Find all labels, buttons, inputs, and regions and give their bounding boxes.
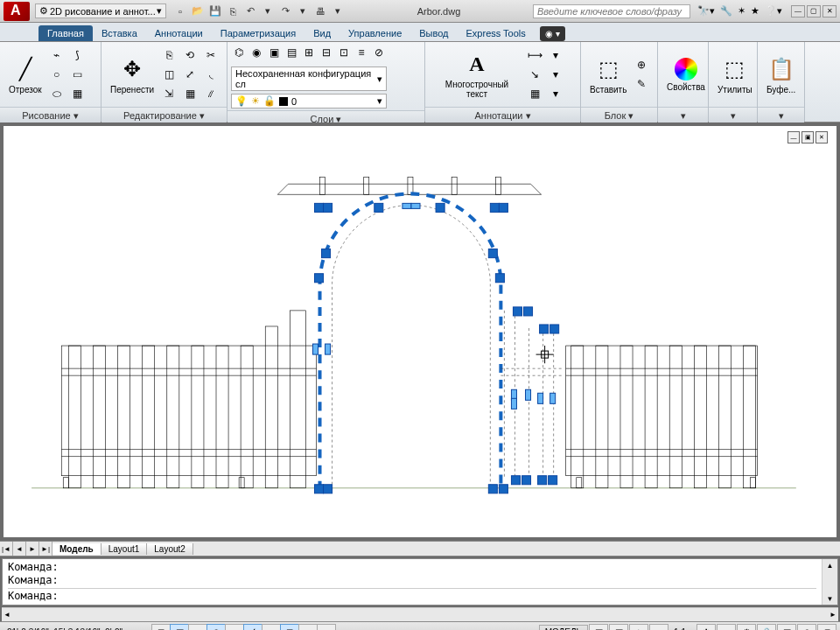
tab-output[interactable]: Вывод	[410, 25, 457, 41]
annoscale-icon[interactable]: ⟁	[649, 624, 668, 631]
exchange-icon[interactable]: ✶	[738, 5, 746, 17]
array-icon[interactable]: ▦	[180, 85, 200, 102]
command-window[interactable]: Команда: Команда: Команда: ▲▼	[2, 558, 838, 606]
doc-close-icon[interactable]: ✕	[816, 131, 828, 144]
otrack-icon[interactable]: ∠	[243, 624, 262, 631]
edit-block-icon[interactable]: ✎	[632, 75, 651, 93]
layout-tab-2[interactable]: Layout2	[147, 543, 193, 555]
mtext-button[interactable]: A Многострочный текст	[429, 44, 525, 105]
tab-last-icon[interactable]: ►|	[39, 542, 52, 556]
isolate-icon[interactable]: ◐	[797, 624, 816, 631]
maximize-button[interactable]: ▢	[807, 5, 821, 18]
star-icon[interactable]: ★	[751, 5, 760, 17]
panel-title-block[interactable]: Блок ▾	[581, 107, 657, 122]
redo-icon[interactable]: ↷	[278, 4, 292, 18]
annovis-icon[interactable]: ✱	[696, 624, 716, 631]
ws-icon[interactable]: ⚙	[737, 624, 756, 631]
tab-insert[interactable]: Вставка	[93, 25, 146, 41]
fillet-icon[interactable]: ◟	[201, 66, 220, 83]
ortho-icon[interactable]: ⌐	[188, 624, 207, 631]
layout-quick2-icon[interactable]: ▥	[609, 624, 628, 631]
rect-icon[interactable]: ▭	[68, 66, 88, 83]
create-block-icon[interactable]: ⊕	[632, 56, 651, 74]
panel-title-modify[interactable]: Редактирование ▾	[102, 107, 227, 122]
clipboard-button[interactable]: 📋 Буфе...	[761, 44, 801, 105]
stretch-icon[interactable]: ⇲	[159, 85, 178, 102]
offset-icon[interactable]: ⫽	[201, 85, 220, 102]
workspace-dropdown[interactable]: ⚙ 2D рисование и аннот... ▾	[35, 4, 166, 18]
move-button[interactable]: ✥ Перенести	[105, 44, 159, 105]
osnap-icon[interactable]: ▱	[225, 624, 244, 631]
line-button[interactable]: ╱ Отрезок	[4, 44, 47, 105]
tab-next-icon[interactable]: ►	[26, 542, 39, 556]
layer-icon[interactable]: ▤	[284, 44, 299, 61]
chevron-down-icon[interactable]: ▾	[261, 4, 275, 18]
copy-icon[interactable]: ⎘	[159, 46, 178, 64]
annoauto-icon[interactable]: ⟐	[717, 624, 736, 631]
clean-icon[interactable]: ▢	[817, 624, 836, 631]
tab-annotate[interactable]: Аннотации	[146, 25, 212, 41]
chevron-down-icon[interactable]: ▾	[546, 85, 565, 102]
model-button[interactable]: МОДЕЛЬ	[539, 625, 588, 630]
mirror-icon[interactable]: ◫	[159, 66, 178, 83]
grid-icon[interactable]: ▦	[170, 624, 189, 631]
leader-icon[interactable]: ↘	[525, 66, 544, 83]
scroll-up-icon[interactable]: ▲	[822, 559, 837, 571]
polar-icon[interactable]: ⊕	[206, 624, 226, 631]
wrench-icon[interactable]: 🔧	[720, 5, 732, 17]
nav-icon[interactable]: ◈	[629, 624, 648, 631]
layout-tab-model[interactable]: Модель	[52, 543, 102, 555]
layer-icon[interactable]: ⊘	[371, 44, 387, 61]
new-icon[interactable]: ▫	[173, 4, 187, 18]
table-icon[interactable]: ▦	[525, 85, 544, 102]
help-icon[interactable]: ❔▾	[765, 5, 782, 17]
utilities-button[interactable]: ⬚ Утилиты	[712, 44, 758, 105]
scale-icon[interactable]: ⤢	[180, 66, 200, 83]
layer-icon[interactable]: ⊟	[318, 44, 334, 61]
hardware-icon[interactable]: ▤	[777, 624, 796, 631]
doc-minimize-icon[interactable]: —	[788, 131, 800, 144]
doc-restore-icon[interactable]: ▣	[802, 131, 814, 144]
lock-ui-icon[interactable]: 🔒	[757, 624, 776, 631]
tab-view[interactable]: Вид	[304, 25, 340, 41]
insert-button[interactable]: ⬚ Вставить	[584, 44, 632, 105]
layer-icon[interactable]: ⊡	[336, 44, 352, 61]
saveas-icon[interactable]: ⎘	[226, 4, 240, 18]
chevron-down-icon[interactable]: ▾	[296, 4, 310, 18]
drawing-canvas[interactable]: — ▣ ✕	[4, 126, 836, 537]
dyn-icon[interactable]: ⊡	[280, 624, 299, 631]
layer-combo[interactable]: 💡 ☀ 🔓 0▾	[231, 94, 387, 108]
properties-button[interactable]: Свойства	[662, 44, 710, 105]
open-icon[interactable]: 📂	[191, 4, 205, 18]
ducs-icon[interactable]: ⊿	[262, 624, 281, 631]
circle-icon[interactable]: ○	[47, 66, 66, 83]
ellipse-icon[interactable]: ⬭	[47, 85, 66, 102]
command-hscroll[interactable]	[2, 607, 838, 621]
qp-icon[interactable]: ▭	[317, 624, 336, 631]
chevron-down-icon[interactable]: ▾	[331, 4, 345, 18]
scroll-down-icon[interactable]: ▼	[822, 592, 837, 605]
layout-quick-icon[interactable]: ▣	[589, 624, 608, 631]
polyline-icon[interactable]: ⌁	[47, 46, 66, 64]
hatch-icon[interactable]: ▦	[68, 85, 88, 102]
chevron-down-icon[interactable]: ▾	[546, 66, 565, 83]
save-icon[interactable]: 💾	[208, 4, 222, 18]
tab-home[interactable]: Главная	[38, 25, 93, 41]
layout-tab-1[interactable]: Layout1	[102, 543, 148, 555]
layer-icon[interactable]: ⊞	[301, 44, 317, 61]
print-icon[interactable]: 🖶	[313, 4, 327, 18]
undo-icon[interactable]: ↶	[243, 4, 257, 18]
app-menu-icon[interactable]	[4, 2, 30, 21]
layer-icon[interactable]: ≡	[354, 44, 369, 61]
arc-icon[interactable]: ⟆	[68, 46, 88, 64]
binoculars-icon[interactable]: 🔭▾	[697, 5, 715, 17]
tab-prev-icon[interactable]: ◄	[13, 542, 26, 556]
rotate-icon[interactable]: ⟲	[180, 46, 200, 64]
dim-icon[interactable]: ⟼	[525, 46, 544, 64]
layer-state-combo[interactable]: Несохраненная конфигурация сл▾	[231, 66, 387, 91]
layer-prop-icon[interactable]: ⌬	[231, 44, 247, 61]
tab-express[interactable]: Express Tools	[458, 25, 535, 41]
layer-icon[interactable]: ◉	[248, 44, 264, 61]
layer-icon[interactable]: ▣	[266, 44, 282, 61]
tab-parametric[interactable]: Параметризация	[212, 25, 304, 41]
